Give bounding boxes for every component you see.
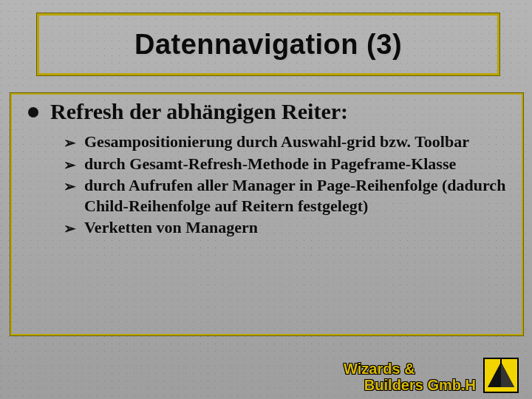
title-container: Datennavigation (3) (37, 13, 499, 75)
list-item-text: Gesampositionierung durch Auswahl-grid b… (84, 132, 469, 151)
list-item: ➢ durch Aufrufen aller Manager in Page-R… (84, 175, 507, 216)
list-item-text: durch Gesamt-Refresh-Methode in Pagefram… (84, 154, 456, 173)
list-item: ➢ Verketten von Managern (84, 217, 507, 238)
list-item-text: durch Aufrufen aller Manager in Page-Rei… (84, 176, 505, 215)
footer-line1: Wizards & (344, 361, 415, 377)
arrow-icon: ➢ (64, 156, 76, 174)
footer: Wizards & Builders Gmb.H (344, 358, 519, 393)
list-item-text: Verketten von Managern (84, 218, 258, 236)
list-item: ➢ Gesampositionierung durch Auswahl-grid… (84, 132, 507, 152)
footer-line2: Builders Gmb.H (344, 377, 476, 393)
footer-text: Wizards & Builders Gmb.H (344, 361, 476, 393)
list-item: ➢ durch Gesamt-Refresh-Methode in Pagefr… (84, 154, 507, 174)
bullet-dot-icon (28, 107, 38, 117)
arrow-icon: ➢ (64, 177, 76, 196)
body-container: Refresh der abhängigen Reiter: ➢ Gesampo… (10, 93, 523, 335)
arrow-icon: ➢ (64, 134, 76, 152)
arrow-icon: ➢ (64, 219, 76, 238)
slide-title: Datennavigation (3) (134, 29, 402, 61)
pyramid-logo-icon (483, 358, 519, 393)
heading-text: Refresh der abhängigen Reiter: (50, 99, 348, 123)
slide: Datennavigation (3) Refresh der abhängig… (0, 0, 532, 399)
heading-level1: Refresh der abhängigen Reiter: (50, 99, 522, 124)
